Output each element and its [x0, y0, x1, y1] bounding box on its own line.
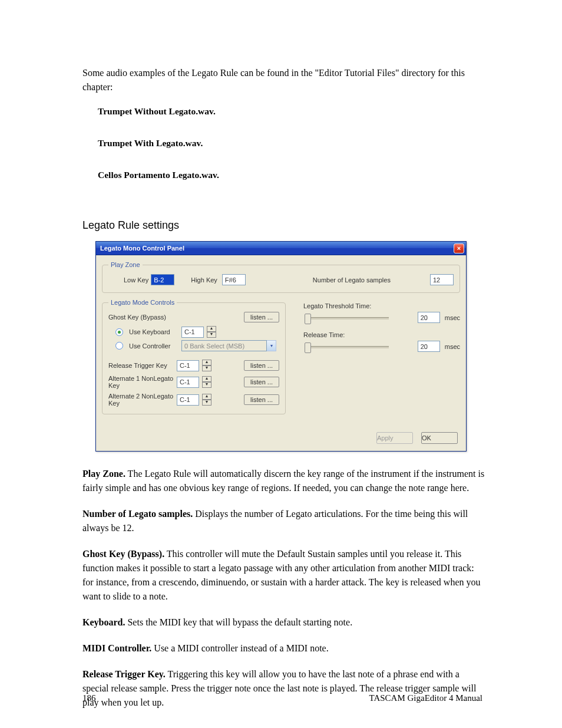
spinner-icon[interactable]: ▲▼	[202, 376, 211, 388]
alt2-value[interactable]: C-1	[177, 394, 199, 406]
file-item: Trumpet Without Legato.wav.	[98, 106, 485, 117]
spinner-icon[interactable]: ▲▼	[202, 360, 211, 371]
legatomode-legend: Legato Mode Controls	[108, 299, 177, 306]
threshold-label: Legato Threshold Time:	[303, 302, 460, 309]
playzone-group: Play Zone Low Key B-2 High Key F#6 Numbe…	[102, 261, 460, 293]
legatomode-group: Legato Mode Controls Ghost Key (Bypass) …	[102, 299, 286, 414]
desc-keyboard: Keyboard. Sets the MIDI key that will by…	[82, 615, 485, 630]
use-keyboard-label: Use Keyboard	[129, 328, 179, 335]
intro-text: Some audio examples of the Legato Rule c…	[82, 66, 485, 94]
controller-value: 0 Bank Select (MSB)	[181, 340, 267, 351]
ok-button[interactable]: OK	[421, 432, 458, 444]
footer-title: TASCAM GigaEditor 4 Manual	[369, 693, 482, 703]
desc-ghostkey: Ghost Key (Bypass). This controller will…	[82, 547, 485, 604]
legato-control-panel: Legato Mono Control Panel × Play Zone Lo…	[95, 241, 467, 452]
spinner-icon[interactable]: ▲▼	[202, 394, 211, 406]
file-item: Cellos Portamento Legato.wav.	[98, 170, 485, 180]
highkey-input[interactable]: F#6	[222, 274, 246, 285]
desc-playzone: Play Zone. The Legato Rule will automati…	[82, 467, 485, 495]
use-controller-label: Use Controller	[129, 342, 179, 350]
controller-combo[interactable]: 0 Bank Select (MSB) ▾	[181, 340, 276, 351]
page-number: 186	[82, 693, 96, 703]
release-trigger-value[interactable]: C-1	[177, 360, 199, 371]
lowkey-input[interactable]: B-2	[151, 274, 174, 285]
release-label: Release Time:	[303, 331, 460, 338]
unit-label: msec	[445, 314, 460, 321]
unit-label: msec	[445, 343, 460, 350]
listen-button[interactable]: listen ...	[244, 360, 279, 371]
highkey-label: High Key	[191, 276, 217, 284]
listen-button[interactable]: listen ...	[244, 312, 279, 322]
listen-button[interactable]: listen ...	[244, 394, 279, 405]
release-trigger-label: Release Trigger Key	[108, 362, 174, 369]
desc-midicontroller: MIDI Controller. Use a MIDI controller i…	[82, 641, 485, 655]
chevron-down-icon[interactable]: ▾	[267, 340, 276, 351]
alt2-label: Alternate 2 NonLegato Key	[108, 393, 174, 407]
release-slider[interactable]	[303, 341, 392, 352]
playzone-legend: Play Zone	[108, 261, 143, 268]
alt1-value[interactable]: C-1	[177, 377, 199, 388]
use-controller-radio[interactable]	[115, 342, 123, 350]
numlegato-label: Number of Legato samples	[313, 276, 391, 284]
window-title: Legato Mono Control Panel	[100, 245, 184, 252]
numlegato-input[interactable]: 12	[430, 274, 454, 285]
use-keyboard-radio[interactable]	[115, 328, 123, 336]
threshold-value[interactable]: 20	[418, 312, 440, 323]
close-icon[interactable]: ×	[454, 243, 464, 253]
spinner-icon[interactable]: ▲▼	[207, 326, 216, 338]
desc-numlegato: Number of Legato samples. Displays the n…	[82, 507, 485, 535]
titlebar[interactable]: Legato Mono Control Panel ×	[95, 241, 467, 255]
file-item: Trumpet With Legato.wav.	[98, 138, 485, 149]
desc-releasetrigger: Release Trigger Key. Triggering this key…	[82, 667, 485, 710]
threshold-slider[interactable]	[303, 312, 392, 323]
section-heading: Legato Rule settings	[82, 219, 485, 232]
lowkey-label: Low Key	[124, 276, 148, 284]
alt1-label: Alternate 1 NonLegato Key	[108, 375, 174, 389]
ghostkey-label: Ghost Key (Bypass)	[108, 314, 166, 321]
apply-button[interactable]: Apply	[376, 432, 413, 444]
ghostkey-value[interactable]: C-1	[181, 327, 204, 338]
listen-button[interactable]: listen ...	[244, 377, 279, 387]
release-value[interactable]: 20	[418, 341, 440, 352]
